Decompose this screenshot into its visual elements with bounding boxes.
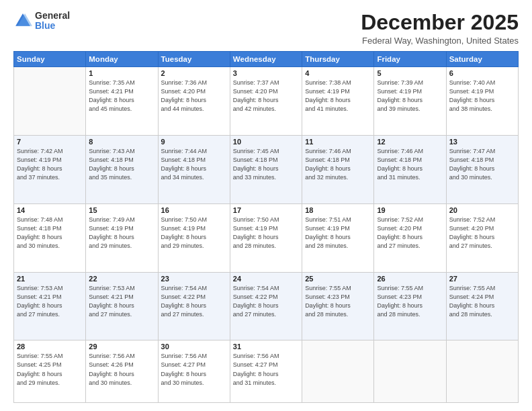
info-line: and 32 minutes. bbox=[305, 174, 348, 181]
info-line: Sunset: 4:27 PM bbox=[233, 361, 278, 368]
info-line: Daylight: 8 hours bbox=[161, 97, 207, 103]
info-line: Sunset: 4:18 PM bbox=[377, 156, 422, 163]
info-line: Sunset: 4:19 PM bbox=[449, 88, 494, 95]
info-line: Daylight: 8 hours bbox=[449, 234, 495, 240]
info-line: Sunset: 4:18 PM bbox=[305, 156, 350, 163]
info-line: Sunrise: 7:35 AM bbox=[89, 79, 135, 86]
day-number: 29 bbox=[89, 342, 154, 351]
cell-info: Sunrise: 7:45 AMSunset: 4:18 PMDaylight:… bbox=[233, 147, 299, 182]
table-row: 8Sunrise: 7:43 AMSunset: 4:18 PMDaylight… bbox=[86, 136, 158, 204]
info-line: Sunset: 4:24 PM bbox=[449, 293, 494, 300]
cell-info: Sunrise: 7:50 AMSunset: 4:19 PMDaylight:… bbox=[233, 216, 299, 250]
info-line: Daylight: 8 hours bbox=[89, 371, 134, 377]
cell-info: Sunrise: 7:36 AMSunset: 4:20 PMDaylight:… bbox=[161, 79, 227, 113]
info-line: and 45 minutes. bbox=[89, 105, 132, 112]
day-number: 17 bbox=[233, 206, 299, 214]
col-sunday: Sunday bbox=[14, 52, 86, 67]
info-line: Daylight: 8 hours bbox=[17, 165, 62, 172]
day-number: 14 bbox=[17, 206, 83, 214]
info-line: and 28 minutes. bbox=[377, 311, 420, 318]
day-number: 9 bbox=[161, 138, 227, 146]
title-block: December 2025 Federal Way, Washington, U… bbox=[361, 11, 519, 46]
table-row: 16Sunrise: 7:50 AMSunset: 4:19 PMDayligh… bbox=[158, 203, 230, 272]
info-line: Daylight: 8 hours bbox=[449, 302, 495, 309]
info-line: Sunrise: 7:54 AM bbox=[161, 285, 208, 291]
info-line: and 28 minutes. bbox=[305, 311, 348, 318]
cell-info: Sunrise: 7:40 AMSunset: 4:19 PMDaylight:… bbox=[449, 79, 515, 113]
cell-info: Sunrise: 7:54 AMSunset: 4:22 PMDaylight:… bbox=[233, 284, 299, 319]
day-number: 28 bbox=[17, 342, 83, 351]
day-number: 11 bbox=[305, 138, 371, 146]
cell-info: Sunrise: 7:43 AMSunset: 4:18 PMDaylight:… bbox=[89, 147, 154, 182]
logo: General Blue bbox=[13, 11, 70, 32]
info-line: Sunrise: 7:46 AM bbox=[305, 148, 351, 154]
col-tuesday: Tuesday bbox=[158, 52, 230, 67]
info-line: and 27 minutes. bbox=[161, 311, 204, 318]
info-line: Sunset: 4:20 PM bbox=[233, 88, 278, 95]
info-line: Daylight: 8 hours bbox=[449, 165, 495, 172]
cell-info: Sunrise: 7:52 AMSunset: 4:20 PMDaylight:… bbox=[377, 216, 443, 250]
logo-text: General Blue bbox=[35, 11, 70, 32]
info-line: Daylight: 8 hours bbox=[161, 165, 207, 172]
cell-info: Sunrise: 7:49 AMSunset: 4:19 PMDaylight:… bbox=[89, 216, 154, 250]
table-row: 23Sunrise: 7:54 AMSunset: 4:22 PMDayligh… bbox=[158, 272, 230, 340]
info-line: Daylight: 8 hours bbox=[377, 97, 423, 103]
day-number: 8 bbox=[89, 138, 154, 146]
table-row: 4Sunrise: 7:38 AMSunset: 4:19 PMDaylight… bbox=[302, 67, 374, 136]
table-row: 3Sunrise: 7:37 AMSunset: 4:20 PMDaylight… bbox=[230, 67, 302, 136]
info-line: Sunset: 4:21 PM bbox=[17, 293, 62, 300]
info-line: and 28 minutes. bbox=[305, 242, 348, 249]
info-line: and 39 minutes. bbox=[377, 105, 420, 112]
cell-info: Sunrise: 7:51 AMSunset: 4:19 PMDaylight:… bbox=[305, 216, 371, 250]
info-line: Daylight: 8 hours bbox=[17, 302, 62, 309]
info-line: Daylight: 8 hours bbox=[17, 371, 62, 377]
info-line: Daylight: 8 hours bbox=[305, 234, 351, 240]
day-number: 10 bbox=[233, 138, 299, 146]
table-row: 25Sunrise: 7:55 AMSunset: 4:23 PMDayligh… bbox=[302, 272, 374, 340]
info-line: Sunrise: 7:43 AM bbox=[89, 148, 135, 154]
table-row: 28Sunrise: 7:55 AMSunset: 4:25 PMDayligh… bbox=[14, 340, 86, 403]
col-saturday: Saturday bbox=[446, 52, 518, 67]
info-line: Sunset: 4:22 PM bbox=[233, 293, 278, 300]
table-row: 19Sunrise: 7:52 AMSunset: 4:20 PMDayligh… bbox=[374, 203, 446, 272]
info-line: Sunrise: 7:38 AM bbox=[305, 79, 351, 86]
cell-info: Sunrise: 7:38 AMSunset: 4:19 PMDaylight:… bbox=[305, 79, 371, 113]
cell-info: Sunrise: 7:52 AMSunset: 4:20 PMDaylight:… bbox=[449, 216, 515, 250]
info-line: Daylight: 8 hours bbox=[377, 165, 423, 172]
cell-info: Sunrise: 7:55 AMSunset: 4:24 PMDaylight:… bbox=[449, 284, 515, 319]
info-line: and 37 minutes. bbox=[17, 174, 60, 181]
info-line: Sunrise: 7:56 AM bbox=[89, 353, 135, 359]
day-number: 16 bbox=[161, 206, 227, 214]
info-line: and 30 minutes. bbox=[449, 174, 492, 181]
info-line: and 41 minutes. bbox=[305, 105, 348, 112]
info-line: Daylight: 8 hours bbox=[89, 302, 134, 309]
info-line: Sunrise: 7:42 AM bbox=[17, 148, 63, 154]
info-line: Sunrise: 7:39 AM bbox=[377, 79, 423, 86]
cell-info: Sunrise: 7:50 AMSunset: 4:19 PMDaylight:… bbox=[161, 216, 227, 250]
info-line: Sunrise: 7:55 AM bbox=[305, 285, 351, 291]
info-line: Sunrise: 7:51 AM bbox=[305, 216, 351, 223]
cell-info: Sunrise: 7:44 AMSunset: 4:18 PMDaylight:… bbox=[161, 147, 227, 182]
info-line: and 28 minutes. bbox=[449, 311, 492, 318]
table-row: 1Sunrise: 7:35 AMSunset: 4:21 PMDaylight… bbox=[86, 67, 158, 136]
table-row: 2Sunrise: 7:36 AMSunset: 4:20 PMDaylight… bbox=[158, 67, 230, 136]
calendar-week-row: 14Sunrise: 7:48 AMSunset: 4:18 PMDayligh… bbox=[14, 203, 519, 272]
info-line: and 29 minutes. bbox=[89, 242, 132, 249]
cell-info: Sunrise: 7:54 AMSunset: 4:22 PMDaylight:… bbox=[161, 284, 227, 319]
info-line: and 44 minutes. bbox=[161, 105, 204, 112]
info-line: Sunrise: 7:54 AM bbox=[233, 285, 279, 291]
cell-info: Sunrise: 7:39 AMSunset: 4:19 PMDaylight:… bbox=[377, 79, 443, 113]
info-line: Sunrise: 7:52 AM bbox=[449, 216, 496, 223]
cell-info: Sunrise: 7:35 AMSunset: 4:21 PMDaylight:… bbox=[89, 79, 154, 113]
day-number: 21 bbox=[17, 275, 83, 283]
info-line: Daylight: 8 hours bbox=[449, 97, 495, 103]
info-line: Daylight: 8 hours bbox=[233, 165, 279, 172]
info-line: Sunset: 4:27 PM bbox=[161, 361, 206, 368]
day-number: 2 bbox=[161, 69, 227, 77]
info-line: Daylight: 8 hours bbox=[305, 165, 351, 172]
info-line: Sunset: 4:19 PM bbox=[377, 88, 422, 95]
calendar-week-row: 7Sunrise: 7:42 AMSunset: 4:19 PMDaylight… bbox=[14, 136, 519, 204]
table-row: 26Sunrise: 7:55 AMSunset: 4:23 PMDayligh… bbox=[374, 272, 446, 340]
info-line: Sunrise: 7:55 AM bbox=[17, 353, 63, 359]
info-line: Sunrise: 7:45 AM bbox=[233, 148, 279, 154]
